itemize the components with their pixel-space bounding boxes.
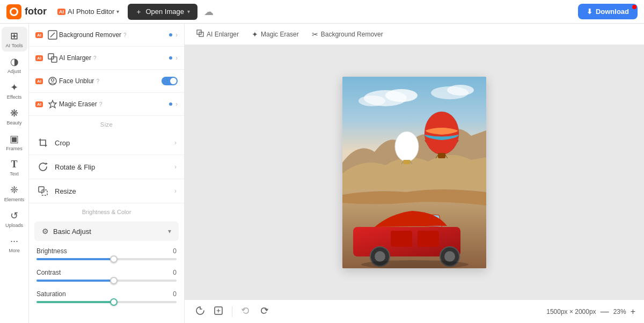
svg-rect-28: [438, 153, 445, 158]
sidebar-item-ai-tools[interactable]: ⊞ AI Tools: [2, 27, 27, 52]
tool-face-unblur[interactable]: AI Face Unblur ?: [29, 70, 184, 93]
svg-point-35: [375, 251, 385, 262]
download-label: Download: [596, 8, 629, 16]
svg-marker-9: [49, 100, 56, 108]
zoom-info: 1500px × 2000px — 23% +: [546, 307, 635, 317]
saturation-slider[interactable]: [36, 301, 177, 303]
uploads-label: Uploads: [5, 223, 23, 228]
sidebar-item-beauty[interactable]: ❋ Beauty: [2, 104, 27, 129]
beauty-icon: ❋: [10, 107, 18, 119]
contrast-slider-row: Contrast 0: [29, 266, 184, 287]
saturation-slider-row: Saturation 0: [29, 287, 184, 309]
history-icon: [195, 306, 205, 315]
ai-badge-face: AI: [35, 78, 43, 84]
undo-button[interactable]: [239, 304, 253, 320]
app-name-label: AI Photo Editor: [68, 8, 114, 16]
download-button-wrap: ⬇ Download: [578, 4, 638, 19]
basic-adjust-accordion[interactable]: ⚙ Basic Adjust ▾: [34, 222, 179, 241]
sub-tool-ai-enlarger[interactable]: AI Enlarger: [191, 27, 244, 41]
face-unblur-name: Face Unblur ?: [59, 77, 162, 85]
contrast-fill: [36, 280, 114, 282]
uploads-icon: ↺: [10, 210, 18, 222]
notification-dot: [632, 5, 636, 9]
elements-label: Elements: [4, 197, 25, 202]
sub-tool-magic-eraser[interactable]: ✦ Magic Eraser: [246, 27, 304, 41]
tool-ai-enlarger[interactable]: AI AI Enlarger ? ›: [29, 47, 184, 70]
download-button[interactable]: ⬇ Download: [578, 4, 638, 19]
bg-remover-right: ›: [169, 31, 178, 39]
tool-magic-eraser[interactable]: AI Magic Eraser ? ›: [29, 93, 184, 116]
undo-icon: [241, 306, 251, 315]
contrast-label: Contrast: [36, 269, 61, 276]
cloud-icon: ☁: [204, 6, 214, 18]
svg-rect-11: [39, 187, 44, 192]
plus-icon: ＋: [135, 7, 142, 17]
saturation-label: Saturation: [36, 290, 66, 298]
svg-rect-12: [42, 190, 47, 195]
zoom-in-button[interactable]: +: [631, 307, 635, 317]
brightness-thumb[interactable]: [110, 255, 118, 263]
tool-rotate-flip[interactable]: Rotate & Flip ›: [29, 155, 184, 179]
logo-text: fotor: [25, 6, 47, 17]
app-name-button[interactable]: AI AI Photo Editor ▾: [53, 5, 123, 18]
canvas-image-svg: [342, 77, 486, 268]
sidebar-item-uploads[interactable]: ↺ Uploads: [2, 207, 27, 231]
main-layout: ⊞ AI Tools ◑ Adjust ✦ Effects ❋ Beauty ▣…: [0, 24, 644, 323]
bottom-bar: 1500px × 2000px — 23% +: [185, 299, 644, 323]
sidebar-item-text[interactable]: T Text: [2, 156, 27, 180]
background-remover-icon: [46, 28, 59, 41]
fit-screen-button[interactable]: [211, 304, 225, 320]
svg-point-18: [358, 96, 385, 106]
open-image-chevron-icon: ▾: [187, 9, 190, 14]
open-image-button[interactable]: ＋ Open Image ▾: [128, 4, 197, 20]
magic-eraser-name: Magic Eraser ?: [59, 100, 169, 108]
face-unblur-toggle[interactable]: [162, 77, 178, 85]
frames-icon: ▣: [10, 133, 19, 145]
rotate-icon: [36, 160, 49, 173]
chevron-down-icon: ▾: [116, 9, 119, 14]
sidebar-item-effects[interactable]: ✦ Effects: [2, 78, 27, 103]
adjust-icon: ◑: [10, 56, 19, 68]
accordion-chevron-icon: ▾: [168, 227, 171, 235]
sub-magic-eraser-icon: ✦: [252, 30, 258, 39]
sidebar-item-elements[interactable]: ❈ Elements: [2, 181, 27, 205]
ai-enlarger-dot: [169, 56, 172, 60]
svg-line-4: [50, 33, 55, 37]
history-button[interactable]: [193, 304, 207, 320]
contrast-thumb[interactable]: [110, 277, 118, 284]
sidebar-item-adjust[interactable]: ◑ Adjust: [2, 53, 27, 77]
tool-crop[interactable]: Crop ›: [29, 131, 184, 155]
tool-resize[interactable]: Resize ›: [29, 179, 184, 203]
sidebar-item-more[interactable]: ··· More: [2, 232, 27, 256]
saturation-thumb[interactable]: [110, 298, 118, 306]
sub-bg-remover-label: Background Remover: [321, 31, 383, 38]
face-unblur-right: [162, 77, 178, 85]
svg-marker-10: [46, 163, 48, 165]
ai-enlarger-right: ›: [169, 54, 178, 62]
ai-tools-label: AI Tools: [6, 43, 23, 48]
face-unblur-icon: [46, 75, 59, 87]
resize-icon: [36, 185, 49, 197]
rotate-chevron-icon: ›: [174, 163, 177, 171]
brightness-slider[interactable]: [36, 258, 177, 260]
sub-toolbar: AI Enlarger ✦ Magic Eraser ✂ Background …: [185, 24, 644, 45]
size-section-header: Size: [29, 116, 184, 131]
zoom-out-button[interactable]: —: [601, 307, 609, 317]
contrast-slider[interactable]: [36, 280, 177, 282]
crop-icon: [36, 136, 49, 149]
sidebar-item-frames[interactable]: ▣ Frames: [2, 130, 27, 155]
sub-tool-background-remover[interactable]: ✂ Background Remover: [306, 27, 389, 41]
text-icon: T: [11, 159, 17, 170]
text-label: Text: [10, 171, 19, 177]
crop-chevron-icon: ›: [174, 139, 177, 146]
ai-tools-icon: ⊞: [10, 30, 18, 42]
sub-ai-enlarger-icon: [196, 30, 204, 39]
tool-background-remover[interactable]: AI Background Remover ? ›: [29, 24, 184, 47]
bottom-separator: [232, 306, 232, 317]
svg-point-22: [395, 131, 419, 162]
more-icon: ···: [10, 236, 18, 247]
ai-enlarger-name: AI Enlarger ?: [59, 54, 169, 62]
redo-icon: [259, 306, 269, 315]
top-bar: fotor AI AI Photo Editor ▾ ＋ Open Image …: [0, 0, 644, 24]
redo-button[interactable]: [257, 304, 271, 320]
